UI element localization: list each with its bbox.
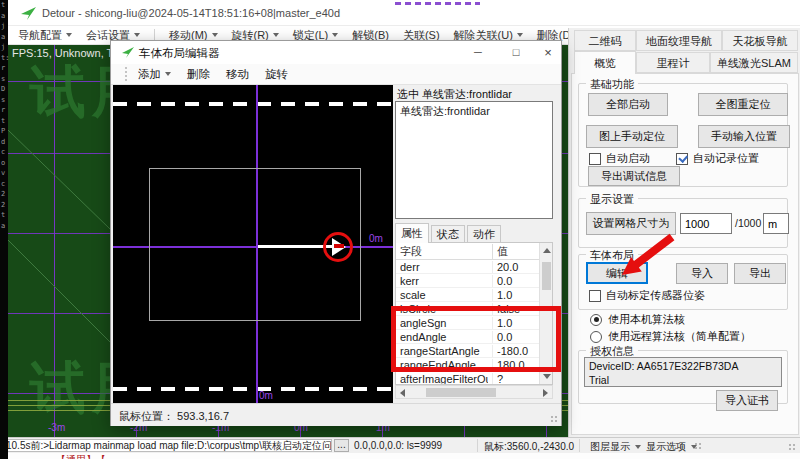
- statusbar-divider: [579, 439, 580, 452]
- set-grid-size-button[interactable]: 设置网格尺寸为: [586, 212, 676, 235]
- heading-arrow: [258, 245, 332, 248]
- manual-locate-on-map-button[interactable]: 图上手动定位: [586, 125, 678, 148]
- dropdown-arrow-icon: [212, 33, 218, 37]
- list-item[interactable]: 单线雷达:frontlidar: [400, 104, 548, 119]
- checkbox-box-checked: [676, 153, 688, 165]
- device-id-line: DeviceID: AA6517E322FB73DA: [589, 359, 777, 373]
- group-label: 基础功能: [586, 77, 638, 92]
- delete-button[interactable]: 删除: [187, 67, 210, 82]
- sensor-listbox[interactable]: 单线雷达:frontlidar: [395, 101, 553, 219]
- mouse-coordinates: 鼠标:3560.0,-2430.0: [484, 440, 574, 454]
- tab-qrcode[interactable]: 二维码: [574, 30, 636, 51]
- clipped-text-fragment: 【通用】【: [56, 453, 106, 459]
- tab-properties[interactable]: 属性: [395, 223, 429, 243]
- dropdown-arrow-icon: [635, 445, 641, 449]
- background-window-bottom-sliver: 【通用】【: [8, 453, 800, 459]
- license-type-line: Trial: [589, 373, 777, 387]
- group-label: 显示设置: [586, 192, 638, 207]
- status-message: 10.5s前:>Lidarmap mainmap load map file:D…: [2, 439, 332, 452]
- pose-readout: 0.0,0.0,0.0: ls=9999: [354, 440, 442, 451]
- tab-actions[interactable]: 动作: [467, 225, 501, 243]
- checkbox-auto-record-position[interactable]: 自动记录位置: [676, 151, 759, 166]
- scroll-down-icon[interactable]: [543, 374, 551, 379]
- import-certificate-button[interactable]: 导入证书: [716, 390, 778, 411]
- annotation-arrow: [612, 233, 676, 279]
- export-layout-button[interactable]: 导出: [734, 263, 786, 284]
- app-root: Detour - shicong-liu@2024-05-14T18:51:16…: [0, 0, 800, 459]
- tab-single-laser-slam[interactable]: 单线激光SLAM: [710, 52, 798, 73]
- status-more-button[interactable]: ...: [334, 439, 349, 452]
- background-window-sliver: tajajt:rsDsrtPdcovc22ta: [0, 0, 8, 459]
- scroll-left-icon[interactable]: [400, 389, 405, 397]
- radio-dot-selected: [590, 314, 602, 326]
- global-relocate-button[interactable]: 全图重定位: [698, 93, 788, 116]
- close-button[interactable]: ×: [535, 41, 561, 64]
- scrollbar-thumb[interactable]: [542, 262, 551, 290]
- annotation-circle: [323, 232, 353, 262]
- dialog-statusbar: 鼠标位置： 593.3,16.7: [111, 403, 561, 426]
- rotate-button[interactable]: 旋转: [265, 67, 288, 82]
- resize-grip[interactable]: [550, 415, 558, 423]
- scroll-right-icon[interactable]: [543, 389, 548, 397]
- scroll-up-icon[interactable]: [543, 248, 551, 253]
- checkbox-auto-start[interactable]: 自动启动: [589, 151, 650, 166]
- grid-divisor-label: /1000: [735, 217, 761, 229]
- radio-dot: [590, 331, 602, 343]
- column-header-value: 值: [492, 244, 538, 259]
- add-button[interactable]: 添加: [138, 67, 171, 82]
- tab-status[interactable]: 状态: [431, 225, 465, 243]
- scrollbar-thumb[interactable]: [426, 388, 496, 397]
- annotation-rect: [391, 306, 561, 372]
- layer-display-dropdown[interactable]: 图层显示: [590, 440, 641, 454]
- dropdown-arrow-icon: [66, 33, 72, 37]
- minimize-button[interactable]: ─: [463, 41, 493, 64]
- radio-remote-algorithm-core[interactable]: 使用远程算法核（简单配置）: [590, 329, 751, 344]
- horizontal-scrollbar[interactable]: [395, 385, 553, 399]
- maximize-button[interactable]: □: [501, 41, 531, 64]
- tab-ground-texture-nav[interactable]: 地面纹理导航: [636, 30, 722, 51]
- grid-unit-input[interactable]: [763, 213, 789, 234]
- status-bar: 10.5s前:>Lidarmap mainmap load map file:D…: [0, 437, 800, 453]
- export-debug-info-button[interactable]: 导出调试信息: [588, 166, 680, 186]
- dropdown-arrow-icon: [517, 33, 523, 37]
- statusbar-divider: [477, 439, 478, 452]
- mouse-position-label: 鼠标位置： 593.3,16.7: [119, 409, 229, 424]
- checkbox-auto-calibrate-sensor-pose[interactable]: 自动标定传感器位姿: [589, 288, 705, 303]
- menu-nav-config[interactable]: 导航配置: [18, 28, 72, 43]
- app-logo-icon: [121, 46, 135, 59]
- tab-odometer[interactable]: 里程计: [636, 52, 710, 73]
- toolbar-grip: [694, 442, 702, 450]
- table-row[interactable]: scale1.0: [396, 288, 540, 302]
- app-logo-icon: [20, 6, 37, 21]
- radio-local-algorithm-core[interactable]: 使用本机算法核: [590, 312, 685, 327]
- dashed-boundary-bottom: [113, 387, 393, 391]
- dialog-titlebar[interactable]: 车体布局编辑器 ─ □ ×: [111, 41, 561, 64]
- display-options-dropdown[interactable]: 显示选项: [646, 440, 697, 454]
- column-header-field: 字段: [400, 244, 488, 259]
- start-all-button[interactable]: 全部启动: [588, 93, 668, 116]
- table-header: 字段 值: [396, 243, 540, 260]
- dialog-toolbar: 添加 删除 移动 旋转: [111, 64, 561, 85]
- window-title: Detour - shicong-liu@2024-05-14T18:51:16…: [42, 7, 340, 19]
- manual-input-position-button[interactable]: 手动输入位置: [698, 125, 790, 148]
- dialog-title: 车体布局编辑器: [139, 46, 220, 61]
- tab-overview[interactable]: 概览: [574, 51, 636, 74]
- dropdown-arrow-icon: [273, 33, 279, 37]
- checkbox-box: [589, 290, 601, 302]
- dropdown-arrow-icon: [165, 72, 171, 76]
- tab-ceiling-nav[interactable]: 天花板导航: [722, 30, 798, 51]
- table-row[interactable]: derr20.0: [396, 260, 540, 274]
- import-layout-button[interactable]: 导入: [676, 263, 728, 284]
- toolbar-grip: [125, 67, 128, 81]
- table-row[interactable]: afterImageFilterOutN?: [396, 372, 540, 385]
- layout-canvas[interactable]: 0m 0m: [113, 85, 393, 403]
- resize-grip[interactable]: [788, 443, 796, 451]
- move-button[interactable]: 移动: [226, 67, 249, 82]
- dashed-boundary-top: [113, 102, 393, 106]
- grid-size-input[interactable]: [680, 213, 732, 234]
- device-id-box: DeviceID: AA6517E322FB73DA Trial: [584, 357, 782, 387]
- selected-sensor-label: 选中 单线雷达:frontlidar: [397, 87, 512, 102]
- dropdown-arrow-icon: [332, 33, 338, 37]
- table-row[interactable]: kerr0.0: [396, 274, 540, 288]
- axis-label: 0m: [369, 233, 383, 244]
